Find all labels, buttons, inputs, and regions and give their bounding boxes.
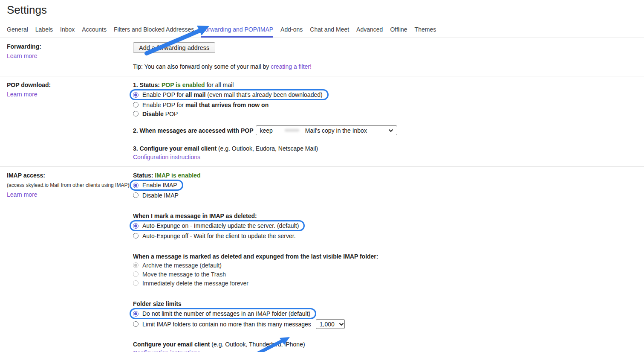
tab-add-ons[interactable]: Add-ons: [280, 26, 303, 38]
imap-configure-label: Configure your email client: [133, 341, 210, 348]
radio-label: Enable IMAP: [142, 181, 177, 189]
imap-access-sublabel: (access skylead.io Mail from other clien…: [7, 181, 133, 189]
radio-label: Immediately delete the message forever: [142, 279, 248, 288]
imap-learn-more-link[interactable]: Learn more: [7, 190, 38, 199]
radio-option-move-to-trash-disabled: Move the message to the Trash: [133, 270, 226, 279]
radio-label: Limit IMAP folders to contain no more th…: [142, 320, 311, 329]
select-value: keep: [260, 126, 272, 135]
pop-download-label: POP download:: [7, 81, 133, 89]
chevron-down-icon: [388, 129, 393, 132]
imap-status-label: Status:: [133, 172, 155, 179]
radio-button-selected[interactable]: [133, 183, 139, 188]
radio-button-disabled: [133, 271, 139, 277]
radio-button[interactable]: [133, 321, 139, 327]
limit-count-select[interactable]: 1,000: [316, 319, 345, 329]
radio-option-enable-pop-all-mail[interactable]: Enable POP for all mail (even mail that'…: [130, 89, 329, 100]
tab-chat-and-meet[interactable]: Chat and Meet: [310, 26, 349, 38]
radio-button-disabled: [133, 280, 139, 286]
add-forwarding-address-button[interactable]: Add a forwarding address: [133, 42, 215, 53]
imap-status-value: IMAP is enabled: [155, 172, 200, 179]
radio-option-autoexpunge-off[interactable]: Auto-Expunge off - Wait for the client t…: [133, 231, 296, 240]
radio-label: Do not limit the number of messages in a…: [142, 309, 310, 318]
pop-access-label: 2. When messages are accessed with POP: [133, 126, 253, 135]
imap-deleted-heading: When I mark a message in IMAP as deleted…: [133, 212, 644, 220]
pop-status-rest: for all mail: [205, 81, 234, 88]
chevron-down-icon: [339, 323, 344, 326]
imap-expunged-heading: When a message is marked as deleted and …: [133, 252, 644, 261]
pop-learn-more-link[interactable]: Learn more: [7, 90, 38, 99]
radio-label: Disable IMAP: [142, 191, 179, 200]
imap-access-section: IMAP access: (access skylead.io Mail fro…: [0, 167, 644, 352]
pop-status-value: POP is enabled: [162, 81, 205, 88]
radio-button-selected[interactable]: [133, 92, 139, 98]
imap-configuration-instructions-link[interactable]: Configuration instructions: [133, 349, 200, 352]
pop-status-line: 1. Status: POP is enabled for all mail: [133, 81, 644, 89]
settings-tab-bar: General Labels Inbox Accounts Filters an…: [0, 17, 644, 38]
page-title: Settings: [0, 0, 644, 17]
pop-configure-line: 3. Configure your email client (e.g. Out…: [133, 144, 644, 153]
forwarding-learn-more-link[interactable]: Learn more: [7, 52, 38, 60]
folder-size-limits-heading: Folder size limits: [133, 300, 644, 308]
radio-label: Enable POP for all mail (even mail that'…: [142, 90, 323, 99]
tab-offline[interactable]: Offline: [390, 26, 407, 38]
radio-label: Auto-Expunge off - Wait for the client t…: [142, 232, 296, 240]
radio-label: Archive the message (default): [142, 261, 222, 270]
select-value: 1,000: [320, 320, 335, 329]
imap-configure-line: Configure your email client (e.g. Outloo…: [133, 340, 644, 349]
radio-button[interactable]: [133, 102, 139, 108]
imap-configure-rest: (e.g. Outlook, Thunderbird, iPhone): [210, 341, 305, 348]
radio-button-disabled-selected: [133, 262, 139, 268]
pop-configure-label: 3. Configure your email client: [133, 145, 217, 152]
radio-option-enable-pop-from-now-on[interactable]: Enable POP for mail that arrives from no…: [133, 100, 269, 109]
pop-access-select[interactable]: keep Mail's copy in the Inbox: [256, 125, 397, 135]
radio-button[interactable]: [133, 192, 139, 198]
pop-configure-rest: (e.g. Outlook, Eudora, Netscape Mail): [217, 145, 318, 152]
radio-option-delete-forever-disabled: Immediately delete the message forever: [133, 279, 248, 288]
tab-general[interactable]: General: [7, 26, 28, 38]
radio-label: Move the message to the Trash: [142, 270, 226, 279]
pop-status-label: 1. Status:: [133, 81, 162, 88]
radio-option-archive-message-disabled: Archive the message (default): [133, 261, 222, 270]
tab-forwarding-pop-imap[interactable]: Forwarding and POP/IMAP: [201, 26, 273, 38]
radio-button-selected[interactable]: [133, 223, 139, 229]
tab-inbox[interactable]: Inbox: [60, 26, 75, 38]
pop-configuration-instructions-link[interactable]: Configuration instructions: [133, 154, 200, 160]
tab-filters-blocked[interactable]: Filters and Blocked Addresses: [114, 26, 194, 38]
tab-accounts[interactable]: Accounts: [82, 26, 107, 38]
tab-labels[interactable]: Labels: [35, 26, 53, 38]
forwarding-label: Forwarding:: [7, 42, 133, 51]
radio-button[interactable]: [133, 111, 139, 116]
redacted-text: [285, 129, 299, 132]
radio-option-limit-imap-folders[interactable]: Limit IMAP folders to contain no more th…: [133, 319, 345, 329]
imap-status-line: Status: IMAP is enabled: [133, 171, 644, 180]
tab-advanced[interactable]: Advanced: [356, 26, 383, 38]
radio-option-autoexpunge-on[interactable]: Auto-Expunge on - Immediately update the…: [130, 220, 305, 231]
select-value: Mail's copy in the Inbox: [305, 126, 367, 135]
imap-access-label: IMAP access:: [7, 171, 133, 180]
radio-option-disable-pop[interactable]: Disable POP: [133, 109, 178, 118]
forwarding-tip-text: Tip: You can also forward only some of y…: [133, 63, 271, 70]
forwarding-section: Forwarding: Learn more Add a forwarding …: [0, 38, 644, 76]
pop-download-section: POP download: Learn more 1. Status: POP …: [0, 76, 644, 167]
creating-a-filter-link[interactable]: creating a filter!: [271, 63, 312, 70]
radio-label: Enable POP for mail that arrives from no…: [142, 101, 269, 109]
radio-label: Disable POP: [142, 110, 178, 118]
radio-button[interactable]: [133, 233, 139, 239]
radio-option-enable-imap[interactable]: Enable IMAP: [130, 180, 183, 191]
radio-button-selected[interactable]: [133, 311, 139, 317]
radio-label: Auto-Expunge on - Immediately update the…: [142, 221, 299, 230]
tab-themes[interactable]: Themes: [415, 26, 436, 38]
radio-option-disable-imap[interactable]: Disable IMAP: [133, 191, 179, 200]
radio-option-do-not-limit[interactable]: Do not limit the number of messages in a…: [130, 308, 316, 319]
